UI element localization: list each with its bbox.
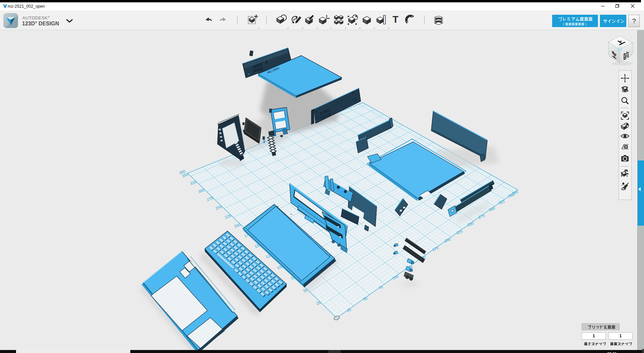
svg-text:250: 250 (215, 205, 222, 211)
svg-text:225: 225 (224, 214, 232, 220)
svg-text:325: 325 (190, 180, 197, 186)
svg-text:275: 275 (206, 196, 214, 202)
svg-text:300: 300 (198, 188, 205, 194)
svg-text:200: 200 (234, 223, 241, 229)
